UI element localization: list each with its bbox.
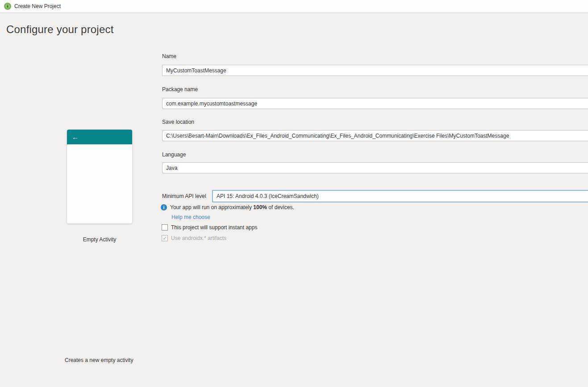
instant-apps-label: This project will support instant apps [171, 224, 257, 231]
window-title: Create New Project [14, 3, 61, 9]
min-api-selected-value: API 15: Android 4.0.3 (IceCreamSandwich) [217, 193, 319, 199]
template-preview-body [67, 144, 132, 223]
api-info-percent: 100% [253, 204, 267, 210]
instant-apps-row: This project will support instant apps [162, 224, 257, 231]
template-name: Empty Activity [67, 236, 132, 243]
info-icon: i [161, 204, 167, 210]
save-location-label: Save location [162, 119, 194, 125]
api-info-prefix: Your app will run on approximately [170, 204, 253, 210]
project-name-input[interactable] [162, 65, 588, 76]
package-name-input[interactable] [162, 98, 588, 109]
template-preview-appbar: ← [67, 130, 132, 144]
back-arrow-icon: ← [72, 133, 79, 141]
language-label: Language [162, 151, 186, 158]
language-select[interactable] [162, 162, 588, 173]
api-info-row: i Your app will run on approximately 100… [161, 204, 294, 210]
activity-template-card: ← [67, 130, 132, 223]
min-api-select[interactable]: API 15: Android 4.0.3 (IceCreamSandwich) [212, 190, 588, 202]
api-info-text: Your app will run on approximately 100% … [170, 204, 294, 210]
android-studio-icon [4, 3, 11, 10]
package-name-label: Package name [162, 86, 198, 93]
min-api-label: Minimum API level [162, 193, 206, 199]
name-label: Name [162, 53, 176, 59]
page-title: Configure your project [6, 23, 114, 36]
androidx-row: ✓ Use androidx.* artifacts [162, 235, 226, 241]
save-location-input[interactable] [162, 130, 588, 141]
instant-apps-checkbox[interactable] [162, 224, 168, 231]
androidx-label: Use androidx.* artifacts [171, 235, 226, 241]
window-titlebar: Create New Project [0, 0, 588, 13]
template-description: Creates a new empty activity [65, 357, 133, 363]
help-me-choose-link[interactable]: Help me choose [171, 214, 210, 220]
androidx-checkbox: ✓ [162, 235, 168, 241]
api-info-suffix: of devices. [267, 204, 294, 210]
